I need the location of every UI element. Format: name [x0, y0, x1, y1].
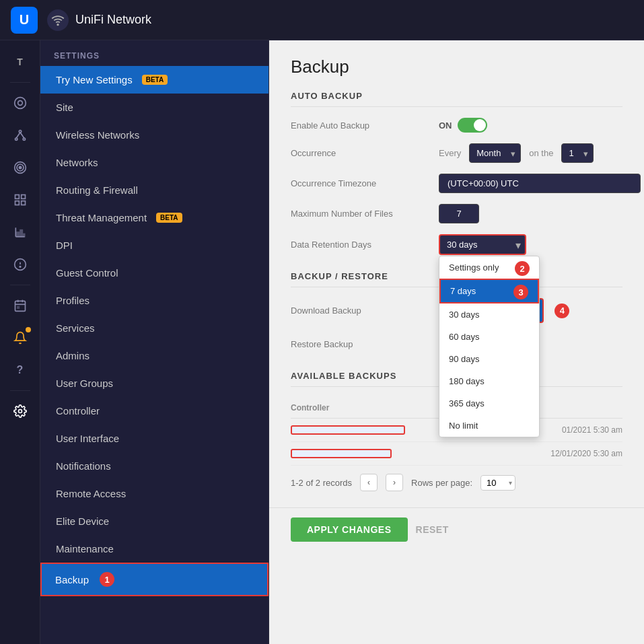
content-area: Backup AUTO BACKUP Enable Auto Backup ON…	[269, 40, 644, 644]
svg-rect-13	[15, 201, 19, 205]
retention-option-180days[interactable]: 180 days	[439, 370, 539, 392]
sidebar-item-admins[interactable]: Admins	[40, 342, 269, 369]
sidebar-item-notifications[interactable]: Notifications	[40, 452, 269, 480]
svg-point-10	[19, 166, 21, 168]
app-title: UniFi Network	[75, 13, 151, 27]
chart-rail-icon[interactable]	[5, 217, 35, 247]
svg-point-0	[57, 24, 59, 25]
retention-option-30days[interactable]: 30 days	[439, 303, 539, 326]
sidebar-item-networks[interactable]: Networks	[40, 149, 269, 176]
page-title: Backup	[291, 57, 622, 77]
every-label: Every	[439, 148, 461, 158]
sidebar-item-backup[interactable]: Backup 1	[40, 563, 269, 596]
occurrence-label: Occurrence	[291, 148, 439, 158]
alerts-rail-icon[interactable]	[5, 250, 35, 279]
svg-rect-12	[21, 195, 25, 199]
stats-rail-icon[interactable]	[5, 88, 35, 118]
retention-select[interactable]: 30 days	[439, 234, 526, 255]
annotation-2: 2	[515, 261, 530, 276]
sidebar-item-profiles[interactable]: Profiles	[40, 287, 269, 314]
target-rail-icon[interactable]	[5, 153, 35, 182]
annotation-1: 1	[100, 572, 114, 587]
svg-point-22	[20, 266, 21, 268]
backup-date-2: 12/01/2020 5:30 am	[501, 449, 622, 458]
help-rail-icon[interactable]: ?	[5, 355, 35, 385]
svg-rect-18	[20, 230, 22, 237]
sidebar-item-threat-management[interactable]: Threat Management BETA	[40, 204, 269, 231]
sidebar-item-wireless-networks[interactable]: Wireless Networks	[40, 121, 269, 149]
occurrence-select-wrapper[interactable]: Month Week Day	[469, 143, 521, 163]
retention-label: Data Retention Days	[291, 240, 439, 250]
annotation-3: 3	[513, 285, 528, 299]
rows-per-page-label: Rows per page:	[411, 478, 472, 488]
retention-option-90days[interactable]: 90 days	[439, 348, 539, 370]
retention-option-60days[interactable]: 60 days	[439, 326, 539, 348]
svg-point-28	[18, 410, 22, 413]
backup-bar-1[interactable]	[291, 425, 405, 435]
auto-backup-toggle[interactable]	[458, 118, 487, 133]
pagination-row: 1-2 of 2 records ‹ › Rows per page: 10 2…	[291, 474, 622, 491]
sidebar-item-guest-control[interactable]: Guest Control	[40, 259, 269, 287]
notification-rail-icon[interactable]	[5, 323, 35, 353]
max-files-input[interactable]	[439, 204, 479, 223]
rows-per-page-select[interactable]: 10 25 50 100	[480, 475, 515, 491]
table-row: 12/01/2020 5:30 am	[291, 442, 622, 466]
toggle-on-label: ON	[439, 120, 452, 131]
sidebar-item-site[interactable]: Site	[40, 94, 269, 121]
sidebar-item-controller[interactable]: Controller	[40, 397, 269, 425]
sidebar-item-user-groups[interactable]: User Groups	[40, 369, 269, 397]
max-files-row: Maximum Number of Files	[291, 204, 622, 223]
timezone-label: Occurrence Timezone	[291, 178, 439, 188]
timezone-input[interactable]	[439, 174, 641, 193]
svg-point-3	[19, 131, 21, 133]
calendar-rail-icon[interactable]	[5, 291, 35, 320]
occurrence-select[interactable]: Month Week Day	[469, 143, 521, 163]
restore-backup-label: Restore Backup	[291, 339, 439, 349]
action-bar: APPLY CHANGES RESET	[269, 507, 644, 551]
next-page-button[interactable]: ›	[386, 474, 403, 491]
day-select[interactable]: 1 2 3	[561, 143, 594, 163]
retention-dropdown-menu: Settings only 2 7 days 3 30 days 60 days…	[439, 256, 540, 437]
network-status-icon	[47, 9, 69, 31]
sidebar: SETTINGS Try New Settings BETA Site Wire…	[40, 40, 269, 644]
topology-rail-icon[interactable]	[5, 120, 35, 150]
sidebar-item-elite-device[interactable]: Elite Device	[40, 507, 269, 535]
max-files-label: Maximum Number of Files	[291, 209, 439, 219]
backup-bar-2[interactable]	[291, 449, 392, 458]
svg-point-5	[23, 138, 25, 140]
retention-option-settings-only[interactable]: Settings only 2	[439, 256, 539, 279]
retention-option-no-limit[interactable]: No limit	[439, 415, 539, 437]
svg-rect-19	[24, 234, 25, 237]
timezone-row: Occurrence Timezone	[291, 174, 622, 193]
retention-row: Data Retention Days 30 days Settings onl…	[291, 234, 622, 255]
user-rail-icon[interactable]: T	[5, 47, 35, 77]
prev-page-button[interactable]: ‹	[360, 474, 378, 491]
apply-changes-button[interactable]: APPLY CHANGES	[291, 517, 408, 542]
sidebar-item-remote-access[interactable]: Remote Access	[40, 480, 269, 507]
reset-button[interactable]: RESET	[416, 524, 449, 535]
topbar: U UniFi Network	[0, 0, 644, 40]
svg-point-4	[15, 138, 17, 140]
sidebar-item-try-new-settings[interactable]: Try New Settings BETA	[40, 66, 269, 94]
svg-line-6	[16, 133, 20, 138]
settings-rail-icon[interactable]	[5, 396, 35, 426]
retention-option-365days[interactable]: 365 days	[439, 392, 539, 415]
sidebar-item-user-interface[interactable]: User Interface	[40, 425, 269, 452]
on-the-label: on the	[529, 148, 553, 158]
retention-option-7days[interactable]: 7 days 3	[439, 279, 539, 303]
sidebar-item-services[interactable]: Services	[40, 314, 269, 342]
day-select-wrapper[interactable]: 1 2 3	[561, 143, 594, 163]
sidebar-item-maintenance[interactable]: Maintenance	[40, 535, 269, 563]
svg-rect-17	[17, 232, 19, 237]
svg-rect-14	[21, 201, 25, 205]
app-logo[interactable]: U	[11, 7, 38, 34]
sidebar-item-routing-firewall[interactable]: Routing & Firewall	[40, 176, 269, 204]
enable-auto-backup-label: Enable Auto Backup	[291, 120, 439, 131]
sidebar-item-dpi[interactable]: DPI	[40, 231, 269, 259]
pagination-records: 1-2 of 2 records	[291, 478, 352, 488]
svg-rect-27	[17, 307, 18, 309]
enable-auto-backup-row: Enable Auto Backup ON	[291, 118, 622, 133]
grid-rail-icon[interactable]	[5, 185, 35, 215]
annotation-4: 4	[554, 303, 569, 318]
occurrence-row: Occurrence Every Month Week Day on the 1	[291, 143, 622, 163]
